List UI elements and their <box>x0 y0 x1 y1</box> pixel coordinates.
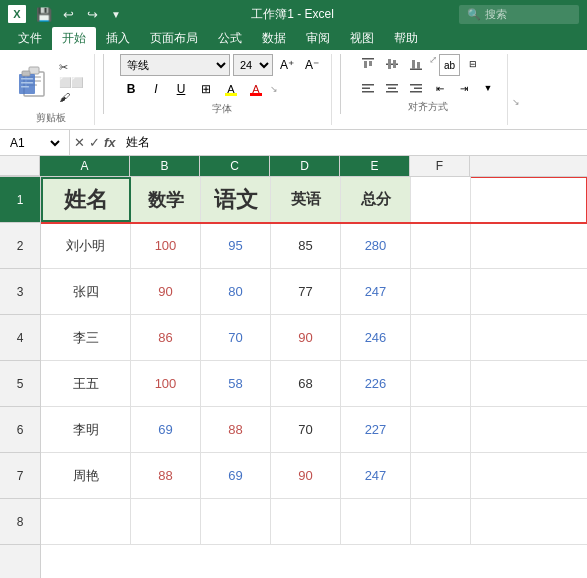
cell-B3[interactable]: 90 <box>131 269 201 314</box>
cell-A4[interactable]: 李三 <box>41 315 131 360</box>
align-top-button[interactable] <box>357 54 379 74</box>
row-header-2[interactable]: 2 <box>0 223 40 269</box>
cell-F5[interactable] <box>411 361 471 406</box>
font-color-button[interactable]: A <box>245 78 267 100</box>
cell-F6[interactable] <box>411 407 471 452</box>
font-family-select[interactable]: 等线 <box>120 54 230 76</box>
decrease-indent-button[interactable]: ⇤ <box>429 78 451 98</box>
tab-view[interactable]: 视图 <box>340 27 384 50</box>
cell-F8[interactable] <box>411 499 471 544</box>
increase-indent-button[interactable]: ⇥ <box>453 78 475 98</box>
row-header-3[interactable]: 3 <box>0 269 40 315</box>
cell-C5[interactable]: 58 <box>201 361 271 406</box>
cell-B7[interactable]: 88 <box>131 453 201 498</box>
align-center-button[interactable] <box>381 78 403 98</box>
tab-home[interactable]: 开始 <box>52 27 96 50</box>
tab-pagelayout[interactable]: 页面布局 <box>140 27 208 50</box>
col-header-D[interactable]: D <box>270 156 340 176</box>
tab-insert[interactable]: 插入 <box>96 27 140 50</box>
cell-A6[interactable]: 李明 <box>41 407 131 452</box>
cell-C2[interactable]: 95 <box>201 223 271 268</box>
row-header-8[interactable]: 8 <box>0 499 40 545</box>
cell-E5[interactable]: 226 <box>341 361 411 406</box>
tab-help[interactable]: 帮助 <box>384 27 428 50</box>
cell-D2[interactable]: 85 <box>271 223 341 268</box>
italic-button[interactable]: I <box>145 78 167 100</box>
merge-center-button[interactable]: ⊟ <box>462 54 484 74</box>
cell-C3[interactable]: 80 <box>201 269 271 314</box>
cell-F3[interactable] <box>411 269 471 314</box>
cell-ref-select[interactable]: A1 <box>6 135 63 151</box>
cell-A2[interactable]: 刘小明 <box>41 223 131 268</box>
cell-D5[interactable]: 68 <box>271 361 341 406</box>
row-header-5[interactable]: 5 <box>0 361 40 407</box>
cell-A5[interactable]: 王五 <box>41 361 131 406</box>
increase-font-button[interactable]: A⁺ <box>276 54 298 76</box>
cell-B6[interactable]: 69 <box>131 407 201 452</box>
decrease-font-button[interactable]: A⁻ <box>301 54 323 76</box>
cell-B1[interactable]: 数学 <box>131 177 201 222</box>
redo-button[interactable]: ↪ <box>82 4 102 24</box>
cell-D1[interactable]: 英语 <box>271 177 341 222</box>
cell-E7[interactable]: 247 <box>341 453 411 498</box>
cell-A8[interactable] <box>41 499 131 544</box>
font-group-expand[interactable]: ↘ <box>270 84 278 94</box>
cell-A7[interactable]: 周艳 <box>41 453 131 498</box>
align-left-button[interactable] <box>357 78 379 98</box>
confirm-formula-icon[interactable]: ✓ <box>89 135 100 150</box>
row-header-4[interactable]: 4 <box>0 315 40 361</box>
cell-D8[interactable] <box>271 499 341 544</box>
row-header-1[interactable]: 1 <box>0 177 40 223</box>
col-header-E[interactable]: E <box>340 156 410 176</box>
customize-button[interactable]: ▼ <box>106 4 126 24</box>
underline-button[interactable]: U <box>170 78 192 100</box>
font-size-select[interactable]: 24 <box>233 54 273 76</box>
paste-button[interactable] <box>16 61 52 103</box>
align-group-expand[interactable]: ↘ <box>512 97 520 107</box>
tab-formula[interactable]: 公式 <box>208 27 252 50</box>
cell-A1[interactable]: 姓名 <box>41 177 131 222</box>
cell-D6[interactable]: 70 <box>271 407 341 452</box>
col-header-B[interactable]: B <box>130 156 200 176</box>
cell-C7[interactable]: 69 <box>201 453 271 498</box>
cell-ref-box[interactable]: A1 <box>0 130 70 155</box>
cell-B8[interactable] <box>131 499 201 544</box>
cell-D4[interactable]: 90 <box>271 315 341 360</box>
cell-F4[interactable] <box>411 315 471 360</box>
cell-D3[interactable]: 77 <box>271 269 341 314</box>
cell-A3[interactable]: 张四 <box>41 269 131 314</box>
align-right-button[interactable] <box>405 78 427 98</box>
cell-E3[interactable]: 247 <box>341 269 411 314</box>
cell-B4[interactable]: 86 <box>131 315 201 360</box>
cell-F1[interactable] <box>411 177 471 222</box>
wrap-text-button[interactable]: ab <box>439 54 460 76</box>
tab-review[interactable]: 审阅 <box>296 27 340 50</box>
cell-E8[interactable] <box>341 499 411 544</box>
cancel-formula-icon[interactable]: ✕ <box>74 135 85 150</box>
cut-button[interactable]: ✂ ✂ <box>56 60 86 75</box>
cell-C6[interactable]: 88 <box>201 407 271 452</box>
row-header-6[interactable]: 6 <box>0 407 40 453</box>
cell-C1[interactable]: 语文 <box>201 177 271 222</box>
bold-button[interactable]: B <box>120 78 142 100</box>
cell-B5[interactable]: 100 <box>131 361 201 406</box>
cell-C8[interactable] <box>201 499 271 544</box>
formula-input[interactable] <box>120 130 587 155</box>
cell-E1[interactable]: 总分 <box>341 177 411 222</box>
border-button[interactable]: ⊞ <box>195 78 217 100</box>
fill-color-button[interactable]: A <box>220 78 242 100</box>
merge-dropdown-button[interactable]: ▼ <box>477 78 499 98</box>
align-middle-button[interactable] <box>381 54 403 74</box>
col-header-A[interactable]: A <box>40 156 130 176</box>
align-bottom-button[interactable] <box>405 54 427 74</box>
cell-E4[interactable]: 246 <box>341 315 411 360</box>
cell-F2[interactable] <box>411 223 471 268</box>
col-header-C[interactable]: C <box>200 156 270 176</box>
cell-B2[interactable]: 100 <box>131 223 201 268</box>
copy-button[interactable]: ⬜⬜ <box>56 76 86 89</box>
save-button[interactable]: 💾 <box>34 4 54 24</box>
insert-function-icon[interactable]: fx <box>104 135 116 150</box>
undo-button[interactable]: ↩ <box>58 4 78 24</box>
cell-D7[interactable]: 90 <box>271 453 341 498</box>
search-box[interactable]: 🔍 搜索 <box>459 5 579 24</box>
